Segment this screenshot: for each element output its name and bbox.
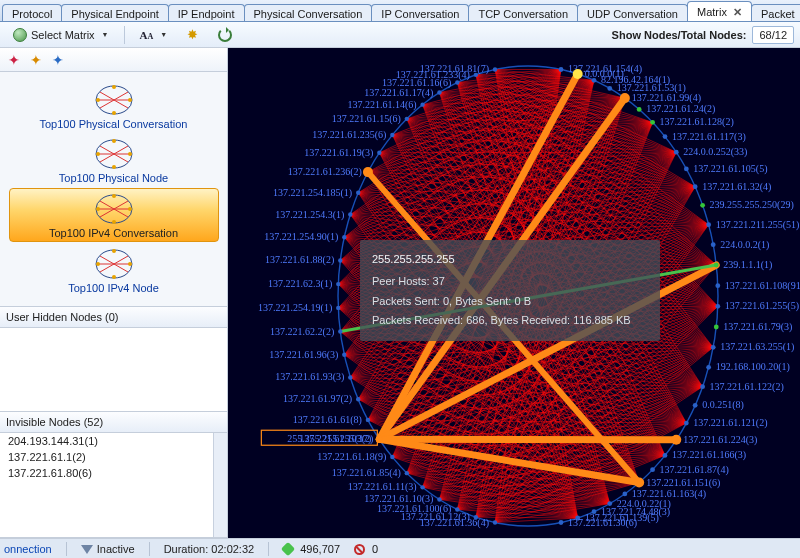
node-label[interactable]: 239.255.255.250(29) bbox=[710, 199, 794, 211]
show-nodes-label: Show Nodes/Total Nodes: bbox=[612, 29, 747, 41]
status-connection[interactable]: onnection bbox=[4, 543, 52, 555]
node-label[interactable]: 192.168.100.20(1) bbox=[716, 361, 790, 373]
node-label[interactable]: 137.221.61.151(6) bbox=[646, 477, 720, 489]
node-label[interactable]: 137.221.61.79(3) bbox=[723, 321, 792, 333]
node-label[interactable]: 137.221.254.90(1) bbox=[264, 231, 338, 243]
node-label[interactable]: 137.221.61.255(5) bbox=[725, 300, 799, 312]
tab-physical-conversation[interactable]: Physical Conversation bbox=[244, 4, 373, 22]
node-label[interactable]: 137.221.61.88(2) bbox=[265, 254, 334, 266]
svg-point-509 bbox=[390, 133, 394, 137]
node-label[interactable]: 137.221.61.11(3) bbox=[348, 481, 417, 493]
font-style-button[interactable]: AA bbox=[133, 26, 175, 44]
node-label[interactable]: 137.221.61.224(3) bbox=[683, 434, 757, 446]
node-label[interactable]: 137.221.254.3(1) bbox=[275, 209, 344, 221]
svg-point-13 bbox=[128, 152, 132, 156]
close-icon[interactable]: ✕ bbox=[733, 6, 742, 18]
list-item[interactable]: 137.221.61.1(2) bbox=[0, 449, 227, 465]
tab-protocol[interactable]: Protocol bbox=[2, 4, 62, 22]
tab-udp-conversation[interactable]: UDP Conversation bbox=[577, 4, 688, 22]
node-label[interactable]: 137.221.61.10(3) bbox=[364, 493, 433, 505]
svg-point-527 bbox=[700, 203, 705, 208]
svg-point-6 bbox=[112, 85, 116, 89]
refresh-button[interactable] bbox=[211, 25, 239, 45]
matrix-thumb[interactable]: Top100 Physical Node bbox=[9, 134, 219, 186]
node-label[interactable]: 137.221.61.121(2) bbox=[693, 417, 767, 429]
node-label[interactable]: 224.0.0.252(33) bbox=[683, 146, 747, 158]
options-button[interactable]: ✸ bbox=[180, 24, 205, 45]
node-label[interactable]: 137.221.61.81(7) bbox=[420, 63, 489, 75]
select-matrix-button[interactable]: Select Matrix bbox=[6, 25, 116, 45]
node-label[interactable]: 137.221.61.30(6) bbox=[568, 517, 637, 529]
node-label[interactable]: 137.221.61.117(3) bbox=[672, 131, 746, 143]
node-label[interactable]: 137.221.61.17(4) bbox=[364, 87, 433, 99]
wand-orange-icon[interactable]: ✦ bbox=[30, 52, 42, 68]
svg-point-531 bbox=[715, 283, 720, 288]
sidebar-toolbar: ✦ ✦ ✦ bbox=[0, 48, 227, 72]
node-label[interactable]: 137.221.61.100(6) bbox=[377, 503, 451, 515]
wand-red-icon[interactable]: ✦ bbox=[8, 52, 20, 68]
node-label[interactable]: 239.1.1.1(1) bbox=[723, 259, 772, 271]
node-label[interactable]: 137.221.61.96(3) bbox=[269, 349, 338, 361]
hidden-nodes-heading[interactable]: User Hidden Nodes (0) bbox=[0, 307, 227, 328]
node-label[interactable]: 137.221.61.97(2) bbox=[283, 393, 352, 405]
tab-ip-conversation[interactable]: IP Conversation bbox=[371, 4, 469, 22]
node-label[interactable]: 0.0.251(8) bbox=[702, 399, 744, 411]
svg-point-541 bbox=[650, 467, 655, 472]
tooltip-sent: Packets Sent: 0, Bytes Sent: 0 B bbox=[372, 292, 648, 312]
node-label[interactable]: 137.221.61.14(6) bbox=[347, 99, 416, 111]
svg-point-538 bbox=[684, 421, 689, 426]
refresh-icon bbox=[218, 28, 232, 42]
node-label[interactable]: 137.221.61.236(2) bbox=[288, 166, 362, 178]
matrix-thumb[interactable]: Top100 IPv4 Conversation bbox=[9, 188, 219, 242]
svg-point-7 bbox=[112, 111, 116, 115]
node-label[interactable]: 137.221.61.24(2) bbox=[646, 103, 715, 115]
list-item[interactable]: 137.221.61.80(6) bbox=[0, 465, 227, 481]
node-label[interactable]: 137.221.62.2(2) bbox=[270, 326, 334, 338]
svg-point-21 bbox=[128, 207, 132, 211]
node-label[interactable]: 137.221.254.185(1) bbox=[273, 187, 352, 199]
matrix-thumb[interactable]: Top100 IPv4 Node bbox=[9, 244, 219, 296]
tab-tcp-conversation[interactable]: TCP Conversation bbox=[468, 4, 578, 22]
node-label[interactable]: 137.221.61.18(9) bbox=[317, 451, 386, 463]
node-label[interactable]: 224.0.0.2(1) bbox=[720, 239, 769, 251]
tab-ip-endpoint[interactable]: IP Endpoint bbox=[168, 4, 245, 22]
svg-point-524 bbox=[674, 150, 679, 155]
list-item[interactable]: 204.193.144.31(1) bbox=[0, 433, 227, 449]
node-label[interactable]: 137.221.62.3(1) bbox=[268, 278, 332, 290]
node-label[interactable]: 137.221.61.87(4) bbox=[660, 464, 729, 476]
svg-point-521 bbox=[637, 107, 642, 112]
scrollbar[interactable] bbox=[213, 433, 227, 537]
node-label[interactable]: 137.221.61.99(4) bbox=[632, 92, 701, 104]
node-label[interactable]: 137.221.61.105(5) bbox=[693, 163, 767, 175]
node-label[interactable]: 137.221.61.61(8) bbox=[293, 414, 362, 426]
node-label[interactable]: 137.221.211.255(51) bbox=[716, 219, 800, 231]
node-label[interactable]: 137.221.63.255(1) bbox=[720, 341, 794, 353]
tab-packet[interactable]: Packet bbox=[751, 4, 800, 22]
wand-blue-icon[interactable]: ✦ bbox=[52, 52, 64, 68]
matrix-thumb[interactable]: Top100 Physical Conversation bbox=[9, 80, 219, 132]
node-label[interactable]: 137.221.61.235(6) bbox=[312, 129, 386, 141]
node-label[interactable]: 137.221.61.122(2) bbox=[710, 381, 784, 393]
node-label[interactable]: 137.221.254.19(1) bbox=[258, 302, 332, 314]
hidden-nodes-list bbox=[0, 328, 227, 411]
node-label[interactable]: 137.221.61.166(3) bbox=[672, 449, 746, 461]
node-label[interactable]: 137.221.61.32(4) bbox=[702, 181, 771, 193]
status-inactive: Inactive bbox=[81, 543, 135, 555]
svg-point-532 bbox=[715, 304, 720, 309]
node-label[interactable]: 137.221.61.15(6) bbox=[332, 113, 401, 125]
node-label[interactable]: 137.221.61.128(2) bbox=[660, 116, 734, 128]
tab-matrix[interactable]: Matrix✕ bbox=[687, 1, 752, 21]
svg-point-533 bbox=[714, 325, 719, 330]
node-label-selected[interactable]: 255.255.255.255(37) bbox=[287, 433, 371, 445]
globe-icon bbox=[13, 28, 27, 42]
node-label[interactable]: 137.221.61.108(91) bbox=[725, 280, 800, 292]
node-label[interactable]: 137.221.61.85(4) bbox=[332, 467, 401, 479]
node-label[interactable]: 137.221.61.19(3) bbox=[304, 147, 373, 159]
invisible-nodes-heading[interactable]: Invisible Nodes (52) bbox=[0, 412, 227, 433]
tab-physical-endpoint[interactable]: Physical Endpoint bbox=[61, 4, 168, 22]
svg-point-492 bbox=[420, 485, 424, 489]
svg-point-518 bbox=[592, 78, 597, 83]
matrix-canvas[interactable]: 137.221.61.36(4)137.221.61.12(3)137.221.… bbox=[228, 48, 800, 538]
node-label[interactable]: 137.221.61.93(3) bbox=[275, 371, 344, 383]
svg-point-519 bbox=[607, 86, 612, 91]
